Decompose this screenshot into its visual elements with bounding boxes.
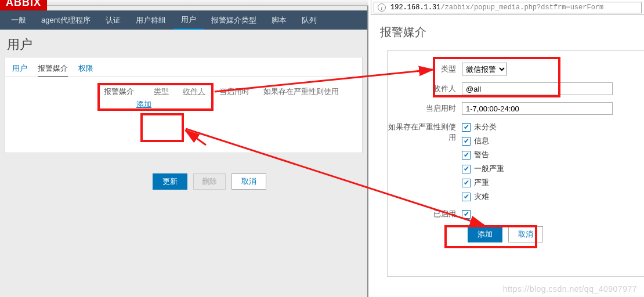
nav-handle	[0, 0, 368, 6]
media-section: 报警媒介 类型 收件人 当启用时 如果存在严重性则使用 添加	[104, 86, 339, 110]
popup-cancel-button[interactable]: 取消	[508, 226, 543, 242]
tab-media[interactable]: 报警媒介	[38, 63, 68, 77]
popup-window: i 192.168.1.31 /zabbix/popup_media.php?d…	[370, 0, 644, 297]
add-media-link[interactable]: 添加	[136, 99, 339, 110]
severity-item-high[interactable]: ✔严重	[462, 178, 504, 188]
nav-item-general[interactable]: 一般	[3, 10, 34, 30]
top-nav: 一般 agent代理程序 认证 用户群组 用户 报警媒介类型 脚本 队列	[0, 10, 367, 30]
content-card: 用户 报警媒介 权限 报警媒介 类型 收件人 当启用时 如果存在严重性则使用 添…	[5, 57, 363, 153]
row-enabled: 已启用 ✔	[388, 209, 644, 219]
severity-item-info[interactable]: ✔信息	[462, 136, 504, 146]
inner-tabs: 用户 报警媒介 权限	[5, 57, 362, 77]
popup-buttons: 添加 取消	[468, 226, 644, 242]
form-buttons: 更新 删除 取消	[153, 173, 266, 190]
enabled-label: 已启用	[388, 209, 462, 219]
checkbox-icon[interactable]: ✔	[462, 193, 471, 201]
severity-label-1: 信息	[474, 136, 489, 146]
checkbox-icon[interactable]: ✔	[462, 179, 471, 187]
severity-item-unclassified[interactable]: ✔未分类	[462, 122, 504, 132]
nav-item-usergroups[interactable]: 用户群组	[128, 10, 173, 30]
watermark: https://blog.csdn.net/qq_40907977	[503, 284, 637, 294]
nav-item-scripts[interactable]: 脚本	[264, 10, 294, 30]
url-path: /zabbix/popup_media.php?dstfrm=userForm	[440, 3, 603, 12]
cancel-button[interactable]: 取消	[231, 173, 266, 190]
row-severity: 如果存在严重性则使用 ✔未分类 ✔信息 ✔警告 ✔一般严重 ✔严重 ✔灾难	[388, 122, 644, 202]
severity-item-warning[interactable]: ✔警告	[462, 150, 504, 160]
main-window: ABBIX 一般 agent代理程序 认证 用户群组 用户 报警媒介类型 脚本 …	[0, 0, 368, 297]
severity-label-3: 一般严重	[474, 164, 504, 174]
nav-item-auth[interactable]: 认证	[98, 10, 128, 30]
col-type[interactable]: 类型	[154, 86, 169, 97]
nav-item-mediatypes[interactable]: 报警媒介类型	[204, 10, 264, 30]
col-recipient[interactable]: 收件人	[183, 86, 205, 97]
popup-form: 类型 微信报警 收件人 当启用时 如果存在严重性则使用 ✔未分类	[387, 50, 644, 277]
info-icon: i	[378, 3, 386, 12]
when-label: 当启用时	[388, 103, 462, 114]
row-when: 当启用时	[388, 102, 644, 115]
recipient-input[interactable]	[462, 82, 613, 95]
severity-item-average[interactable]: ✔一般严重	[462, 164, 504, 174]
row-type: 类型 微信报警	[388, 63, 644, 75]
when-input[interactable]	[462, 102, 613, 115]
checkbox-icon[interactable]: ✔	[462, 151, 471, 160]
nav-item-agent[interactable]: agent代理程序	[34, 10, 98, 30]
media-label: 报警媒介	[104, 86, 134, 97]
checkbox-icon[interactable]: ✔	[462, 165, 471, 173]
page-title: 用户	[7, 36, 32, 53]
col-severity: 如果存在严重性则使用	[263, 86, 339, 97]
severity-label-5: 灾难	[474, 191, 489, 202]
severity-label-0: 未分类	[474, 122, 497, 132]
severity-list: ✔未分类 ✔信息 ✔警告 ✔一般严重 ✔严重 ✔灾难	[462, 122, 504, 202]
url-field[interactable]: i 192.168.1.31 /zabbix/popup_media.php?d…	[374, 2, 642, 13]
type-label: 类型	[388, 64, 462, 74]
tab-permissions[interactable]: 权限	[78, 63, 93, 77]
severity-label: 如果存在严重性则使用	[388, 122, 462, 143]
address-bar: i 192.168.1.31 /zabbix/popup_media.php?d…	[371, 0, 644, 15]
tab-user[interactable]: 用户	[12, 63, 27, 77]
popup-title: 报警媒介	[370, 15, 644, 40]
checkbox-icon[interactable]: ✔	[462, 123, 471, 132]
media-header: 报警媒介 类型 收件人 当启用时 如果存在严重性则使用	[104, 86, 339, 97]
severity-label-2: 警告	[474, 150, 489, 160]
severity-label-4: 严重	[474, 178, 489, 188]
checkbox-icon[interactable]: ✔	[462, 137, 471, 146]
url-host: 192.168.1.31	[390, 3, 440, 12]
type-select[interactable]: 微信报警	[462, 63, 507, 75]
logo: ABBIX	[0, 0, 47, 10]
nav-item-queue[interactable]: 队列	[294, 10, 324, 30]
popup-add-button[interactable]: 添加	[468, 226, 502, 242]
update-button[interactable]: 更新	[153, 173, 187, 190]
recipient-label: 收件人	[388, 84, 462, 94]
severity-item-disaster[interactable]: ✔灾难	[462, 191, 504, 202]
col-when: 当启用时	[219, 86, 249, 97]
nav-item-users[interactable]: 用户	[173, 11, 204, 30]
delete-button: 删除	[193, 173, 226, 190]
row-recipient: 收件人	[388, 82, 644, 95]
enabled-checkbox[interactable]: ✔	[462, 210, 471, 219]
